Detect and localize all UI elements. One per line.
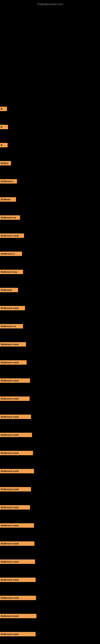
bar-item: Bottlenec	[0, 197, 16, 202]
site-title: TheBottlenecker.com	[0, 1, 100, 8]
bottleneck-result-bar[interactable]: Bottleneck result	[0, 306, 25, 310]
bar-item: Bottleneck res	[0, 324, 23, 328]
bottleneck-result-bar[interactable]: Bottleneck result	[0, 396, 30, 401]
bottleneck-result-bar[interactable]: Bottleneck result	[0, 505, 30, 510]
bottleneck-result-bar[interactable]: Bottleneck res	[0, 324, 23, 328]
bottleneck-result-bar[interactable]: Bottlenec	[0, 197, 16, 202]
bottleneck-result-bar[interactable]: Bottleneck result	[0, 414, 31, 419]
bottleneck-result-bar[interactable]: Bottleneck result	[0, 632, 36, 636]
bottleneck-result-bar[interactable]: Bottleneck res	[0, 215, 20, 220]
bottleneck-result-bar[interactable]: Bottleneck result	[0, 360, 27, 365]
bottleneck-result-bar[interactable]: Bottleneck result	[0, 523, 34, 528]
bottleneck-result-bar[interactable]: B	[0, 143, 8, 147]
bottleneck-result-bar[interactable]: Bottlen	[0, 161, 11, 166]
bar-item: B	[0, 143, 8, 147]
bar-item: Bottleneck result	[0, 378, 30, 383]
bottleneck-result-bar[interactable]: B	[0, 107, 7, 111]
bar-item: Bottleneck result	[0, 578, 36, 582]
bar-item: Bottleneck result	[0, 451, 33, 455]
bar-item: Bottleneck result	[0, 505, 30, 510]
bottleneck-result-bar[interactable]: Bottleneck result	[0, 541, 34, 546]
bottleneck-result-bar[interactable]: Bottleneck result	[0, 487, 31, 492]
bar-item: B	[0, 107, 7, 111]
bottleneck-result-bar[interactable]: Bottleneck result	[0, 378, 30, 383]
bar-item: Bottleneck result	[0, 360, 27, 365]
bottleneck-result-bar[interactable]: Bottleneck re	[0, 252, 22, 256]
bar-item: Bottleneck result	[0, 433, 32, 437]
bar-item: Bottleneck result	[0, 614, 36, 618]
bar-item: Bottleneck result	[0, 414, 31, 419]
bar-item: Bottleneck	[0, 288, 18, 292]
bottleneck-result-bar[interactable]: Bottleneck r	[0, 179, 17, 184]
bottleneck-result-bar[interactable]: Bottleneck	[0, 288, 18, 292]
bottleneck-result-bar[interactable]: B	[0, 125, 8, 129]
bottleneck-result-bar[interactable]: Bottleneck result	[0, 578, 36, 582]
bar-item: Bottleneck result	[0, 342, 26, 346]
bar-item: Bottleneck result	[0, 560, 35, 564]
bottleneck-result-bar[interactable]: Bottleneck result	[0, 469, 34, 473]
bar-item: Bottleneck result	[0, 469, 34, 473]
bar-item: Bottleneck result	[0, 632, 36, 636]
bar-item: Bottleneck result	[0, 523, 34, 528]
bottleneck-result-bar[interactable]: Bottleneck result	[0, 560, 35, 564]
bottleneck-result-bar[interactable]: Bottleneck result	[0, 614, 36, 618]
bar-item: Bottleneck r	[0, 179, 17, 184]
bar-item: Bottleneck re	[0, 252, 22, 256]
bar-item: Bottleneck result	[0, 306, 25, 310]
bar-item: Bottleneck result	[0, 396, 30, 401]
bar-item: Bottleneck result	[0, 596, 36, 600]
bottleneck-result-bar[interactable]: Bottleneck result	[0, 433, 32, 437]
bar-item: Bottleneck res	[0, 215, 20, 220]
bar-item: B	[0, 125, 8, 129]
bar-item: Bottlen	[0, 161, 11, 166]
bar-item: Bottleneck reso	[0, 270, 23, 274]
bar-item: Bottleneck result	[0, 541, 34, 546]
bottleneck-result-bar[interactable]: Bottleneck result	[0, 596, 36, 600]
bottleneck-result-bar[interactable]: Bottleneck result	[0, 451, 33, 455]
bottleneck-result-bar[interactable]: Bottleneck reso	[0, 270, 23, 274]
bar-item: Bottleneck result	[0, 234, 24, 238]
bottleneck-result-bar[interactable]: Bottleneck result	[0, 342, 26, 346]
bar-item: Bottleneck result	[0, 487, 31, 492]
bottleneck-result-bar[interactable]: Bottleneck result	[0, 234, 24, 238]
